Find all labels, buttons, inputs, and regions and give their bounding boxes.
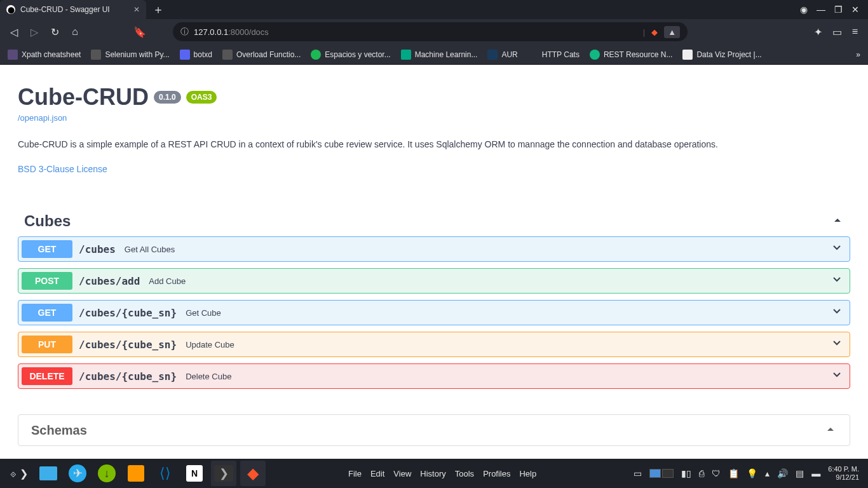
operation-row[interactable]: POST /cubes/add Add Cube [18, 268, 850, 294]
bookmark-item[interactable]: Machine Learnin... [401, 50, 478, 60]
bookmarks-bar: Xpath cheatsheetSelenium with Py...botxd… [0, 44, 868, 65]
volume-icon[interactable]: 🔊 [777, 468, 788, 478]
terminal-icon[interactable]: ❯ [211, 461, 236, 486]
chevron-down-icon [831, 369, 843, 384]
bookmark-label: Data Viz Project |... [696, 50, 761, 59]
chevron-up-icon [831, 214, 844, 229]
bookmark-item[interactable]: Data Viz Project |... [682, 50, 761, 60]
bookmark-favicon [682, 50, 693, 60]
bookmark-item[interactable]: AUR [487, 50, 517, 60]
operation-summary: Delete Cube [186, 372, 231, 381]
bookmark-favicon [487, 50, 498, 60]
notion-icon[interactable]: N [182, 461, 207, 486]
tab-favicon: ⬤ [6, 5, 15, 14]
site-info-icon[interactable]: ⓘ [180, 26, 189, 37]
menubar: FileEditViewHistoryToolsProfilesHelp [348, 469, 536, 478]
menu-item[interactable]: View [393, 469, 411, 478]
bulb-icon[interactable]: 💡 [747, 468, 757, 478]
bookmark-icon[interactable]: 🔖 [133, 26, 146, 38]
bookmark-label: Selenium with Py... [105, 50, 169, 59]
operation-summary: Get All Cubes [125, 245, 175, 254]
file-manager-icon[interactable] [36, 461, 61, 486]
license-link[interactable]: BSD 3-Clause License [18, 164, 850, 174]
openapi-link[interactable]: /openapi.json [18, 113, 850, 123]
menu-item[interactable]: Profiles [483, 469, 510, 478]
schemas-section[interactable]: Schemas [18, 414, 850, 446]
bookmark-item[interactable]: Espacios y vector... [311, 50, 390, 60]
brave-shields-icon[interactable]: ▲ [664, 26, 680, 38]
network-icon[interactable]: ▤ [796, 468, 804, 478]
shield-icon[interactable]: 🛡 [712, 468, 721, 478]
extensions-icon[interactable]: ✦ [814, 26, 822, 38]
close-window-icon[interactable]: ✕ [851, 4, 859, 15]
operation-row[interactable]: GET /cubes Get All Cubes [18, 236, 850, 262]
bookmark-label: HTTP Cats [542, 50, 580, 59]
tray-chevron-icon[interactable]: ▴ [765, 468, 770, 478]
taskbar: ⟐ ❯ ✈ ↓ ⟨⟩ N ❯ ◆ FileEditViewHistoryTool… [0, 459, 868, 488]
home-button[interactable]: ⌂ [69, 26, 81, 37]
bookmark-favicon [180, 50, 190, 60]
battery-icon[interactable]: ▮▯ [681, 468, 691, 478]
oas-badge: OAS3 [186, 91, 217, 104]
bookmark-item[interactable]: REST Resource N... [590, 50, 672, 60]
battery2-icon[interactable]: ▬ [811, 468, 820, 478]
new-tab-button[interactable]: ＋ [153, 2, 164, 17]
menu-item[interactable]: Edit [370, 469, 384, 478]
browser-tab[interactable]: ⬤ Cube-CRUD - Swagger UI ✕ [0, 0, 146, 19]
minimize-icon[interactable]: — [817, 4, 825, 15]
api-title: Cube-CRUD [18, 84, 149, 111]
operation-path: /cubes/{cube_sn} [79, 339, 177, 351]
schemas-title: Schemas [31, 423, 87, 438]
bookmark-item[interactable]: Xpath cheatsheet [8, 50, 81, 60]
method-badge: GET [22, 304, 72, 322]
download-icon[interactable]: ↓ [94, 461, 119, 486]
chevron-up-icon [824, 423, 837, 438]
maximize-icon[interactable]: ❐ [834, 4, 843, 15]
operation-path: /cubes/{cube_sn} [79, 307, 177, 319]
bookmark-item[interactable]: HTTP Cats [528, 50, 580, 60]
tab-title: Cube-CRUD - Swagger UI [20, 5, 110, 14]
brave-circle-icon[interactable]: ◉ [800, 4, 808, 15]
sublime-icon[interactable] [123, 461, 149, 486]
api-description: Cube-CRUD is a simple example of a REST … [18, 138, 850, 151]
tab-close-icon[interactable]: ✕ [133, 5, 140, 14]
url-bar[interactable]: ⓘ 127.0.0.1:8000/docs | ◆ ▲ [173, 22, 688, 41]
operation-summary: Add Cube [149, 276, 186, 286]
operation-path: /cubes/{cube_sn} [79, 370, 177, 383]
bookmark-label: Xpath cheatsheet [22, 50, 81, 59]
section-header-cubes[interactable]: Cubes [18, 206, 850, 236]
usb-icon[interactable]: ⎙ [699, 468, 704, 478]
bookmark-item[interactable]: Overload Functio... [222, 50, 301, 60]
forward-button[interactable]: ▷ [28, 26, 41, 38]
reload-button[interactable]: ↻ [48, 26, 61, 38]
menu-item[interactable]: Tools [455, 469, 474, 478]
method-badge: GET [22, 240, 72, 258]
clipboard-icon[interactable]: 📋 [728, 468, 739, 478]
vscode-icon[interactable]: ⟨⟩ [153, 461, 178, 486]
telegram-icon[interactable]: ✈ [65, 461, 90, 486]
method-badge: DELETE [22, 367, 72, 385]
wallet-icon[interactable]: ▭ [832, 26, 842, 38]
operation-summary: Update Cube [186, 340, 234, 349]
brave-browser-icon[interactable]: ◆ [240, 461, 266, 486]
clock[interactable]: 6:40 P. M. 9/12/21 [828, 465, 862, 482]
bookmark-item[interactable]: Selenium with Py... [91, 50, 169, 60]
chevron-down-icon [831, 337, 843, 352]
operation-row[interactable]: GET /cubes/{cube_sn} Get Cube [18, 300, 850, 325]
brave-rewards-icon[interactable]: ◆ [651, 27, 658, 37]
menu-item[interactable]: File [348, 469, 362, 478]
menu-item[interactable]: Help [519, 469, 536, 478]
bookmark-item[interactable]: botxd [180, 50, 212, 60]
back-button[interactable]: ◁ [8, 26, 20, 38]
bookmark-favicon [311, 50, 321, 60]
operation-row[interactable]: PUT /cubes/{cube_sn} Update Cube [18, 332, 850, 357]
operation-row[interactable]: DELETE /cubes/{cube_sn} Delete Cube [18, 363, 850, 389]
bookmark-favicon [528, 50, 538, 60]
desktop-switcher[interactable] [649, 469, 674, 478]
menu-item[interactable]: History [420, 469, 445, 478]
app-launcher-icon[interactable]: ⟐ ❯ [6, 461, 32, 486]
bookmark-label: botxd [194, 50, 212, 59]
menu-icon[interactable]: ≡ [852, 26, 858, 38]
desktop-peek-icon[interactable]: ▭ [634, 468, 642, 478]
bookmarks-overflow-icon[interactable]: » [856, 50, 860, 59]
